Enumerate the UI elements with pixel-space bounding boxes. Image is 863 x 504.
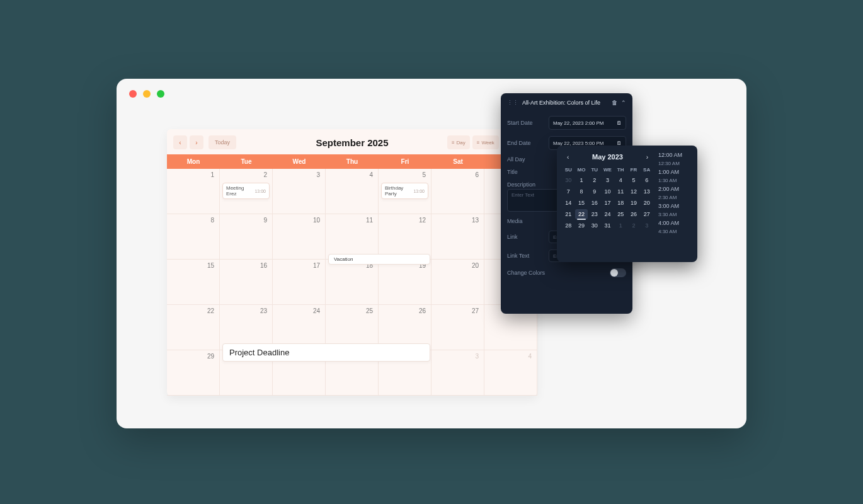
calendar-cell[interactable]: 1 [167,169,220,214]
event-project-deadline[interactable]: Project Deadline [222,343,430,362]
picker-time-option[interactable]: 12:30 AM [657,159,692,168]
calendar-cell[interactable]: 3 [273,169,326,214]
calendar-cell[interactable]: 20 [432,260,484,305]
picker-time-option[interactable]: 1:00 AM [657,168,692,176]
picker-day[interactable]: 12 [627,186,641,197]
picker-day[interactable]: 30 [562,175,575,185]
calendar-cell[interactable]: 11 [326,214,379,260]
picker-next-button[interactable]: › [644,154,651,161]
picker-time-option[interactable]: 2:30 AM [657,193,692,202]
day-number: 10 [313,217,320,224]
calendar-cell[interactable]: 4 [484,350,537,396]
picker-day[interactable]: 1 [614,220,627,231]
calendar-cell[interactable]: 9 [220,214,273,260]
event-meeting[interactable]: Meeting Erez13:00 [222,183,270,199]
calendar-cell[interactable]: 15 [167,260,220,305]
picker-dow-label: MO [575,166,588,174]
calendar-cell[interactable]: 2Meeting Erez13:00 [220,169,273,214]
calendar-cell[interactable]: 12 [379,214,432,260]
picker-time-list[interactable]: 12:00 AM12:30 AM1:00 AM1:30 AM2:00 AM2:3… [657,151,692,257]
calendar-cell[interactable]: 18 [326,260,379,305]
label-end-date: End Date [507,140,544,146]
picker-day[interactable]: 11 [614,186,627,197]
calendar-cell[interactable]: 4 [326,169,379,214]
calendar-cell[interactable]: 6 [432,169,484,214]
today-button[interactable]: Today [209,135,236,149]
minimize-icon[interactable] [143,90,151,98]
picker-day[interactable]: 16 [588,198,601,208]
calendar-cell[interactable]: 8 [167,214,220,260]
close-icon[interactable] [129,90,137,98]
picker-time-option[interactable]: 3:30 AM [657,210,692,219]
picker-day[interactable]: 27 [640,209,653,219]
picker-time-option[interactable]: 3:00 AM [657,202,692,210]
picker-day[interactable]: 15 [575,198,588,208]
picker-day[interactable]: 22 [575,209,588,219]
drag-handle-icon[interactable]: ⋮⋮ [507,100,518,106]
calendar-cell[interactable]: 5Birthday Party13:00 [379,169,432,214]
label-media: Media [507,218,544,224]
calendar-cell[interactable]: 29 [167,350,220,396]
calendar-cell[interactable]: 19 [379,260,432,305]
calendar-cell[interactable]: 22 [167,305,220,350]
picker-time-option[interactable]: 2:00 AM [657,185,692,193]
picker-day[interactable]: 28 [562,220,575,231]
picker-time-option[interactable]: 4:30 AM [657,227,692,236]
picker-prev-button[interactable]: ‹ [564,154,571,161]
picker-time-option[interactable]: 12:00 AM [657,151,692,159]
picker-time-option[interactable]: 4:00 AM [657,219,692,227]
picker-day[interactable]: 2 [627,220,641,231]
maximize-icon[interactable] [157,90,164,98]
picker-day[interactable]: 25 [614,209,627,219]
picker-day[interactable]: 4 [614,175,627,185]
picker-day[interactable]: 21 [562,209,575,219]
weekday-label: Mon [167,154,220,169]
calendar-cell[interactable]: 3 [432,350,484,396]
date-time-picker: ‹ May 2023 › SUMOTUWETHFRSA3012345678910… [557,146,697,262]
calendar-cell[interactable]: 27 [432,305,484,350]
chevron-left-icon: ‹ [179,139,181,146]
next-month-button[interactable]: › [190,135,203,149]
picker-time-option[interactable]: 1:30 AM [657,176,692,185]
day-number: 5 [422,171,426,178]
picker-day[interactable]: 3 [601,175,614,185]
picker-day[interactable]: 13 [640,186,653,197]
day-number: 8 [210,217,214,224]
picker-day[interactable]: 6 [640,175,653,185]
picker-day[interactable]: 5 [627,175,641,185]
start-date-field[interactable]: May 22, 2023 2:00 PM 🗓 [549,116,626,130]
picker-day[interactable]: 2 [588,175,601,185]
picker-day[interactable]: 14 [562,198,575,208]
picker-day[interactable]: 18 [614,198,627,208]
calendar-cell[interactable]: 10 [273,214,326,260]
calendar-cell[interactable]: 16 [220,260,273,305]
change-colors-toggle[interactable] [610,268,626,277]
picker-day[interactable]: 1 [575,175,588,185]
picker-day[interactable]: 30 [588,220,601,231]
picker-day[interactable]: 29 [575,220,588,231]
panel-header: ⋮⋮ All-Art Exhibition: Colors of Life 🗑 … [507,100,626,110]
trash-icon[interactable]: 🗑 [612,100,617,106]
day-number: 20 [472,262,479,269]
event-vacation[interactable]: Vacation [328,254,430,265]
prev-month-button[interactable]: ‹ [173,135,187,149]
calendar-cell[interactable]: 13 [432,214,484,260]
picker-day[interactable]: 31 [601,220,614,231]
picker-day[interactable]: 23 [588,209,601,219]
collapse-icon[interactable]: ⌃ [621,100,626,106]
picker-day[interactable]: 19 [627,198,641,208]
calendar-cell[interactable]: 17 [273,260,326,305]
picker-day[interactable]: 17 [601,198,614,208]
picker-day[interactable]: 20 [640,198,653,208]
picker-day[interactable]: 7 [562,186,575,197]
view-day-button[interactable]: ≡Day [447,135,470,149]
picker-day[interactable]: 24 [601,209,614,219]
event-birthday[interactable]: Birthday Party13:00 [381,183,428,199]
picker-day[interactable]: 10 [601,186,614,197]
picker-day[interactable]: 26 [627,209,641,219]
picker-day[interactable]: 3 [640,220,653,231]
view-week-button[interactable]: ≡Week [472,135,499,149]
picker-day[interactable]: 9 [588,186,601,197]
day-number: 23 [260,307,267,314]
picker-day[interactable]: 8 [575,186,588,197]
